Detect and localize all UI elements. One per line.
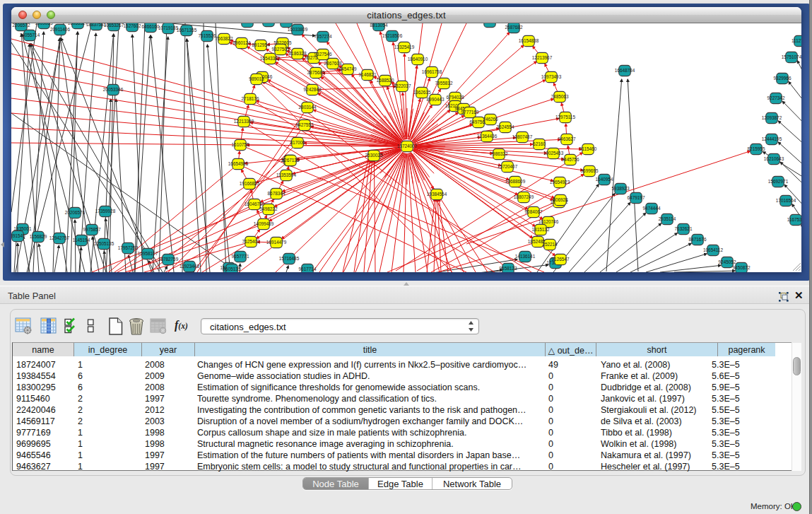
svg-text:989013: 989013 <box>249 76 264 81</box>
svg-text:9146821: 9146821 <box>359 72 377 77</box>
svg-text:16154838: 16154838 <box>519 38 539 43</box>
svg-text:16654985: 16654985 <box>228 161 249 166</box>
svg-text:9327546: 9327546 <box>314 52 332 57</box>
svg-text:14099489: 14099489 <box>254 221 274 226</box>
svg-text:2935114: 2935114 <box>659 216 676 221</box>
svg-text:12942757: 12942757 <box>49 235 70 240</box>
svg-text:8215955: 8215955 <box>748 146 765 151</box>
svg-text:15751074: 15751074 <box>782 54 801 59</box>
svg-text:9658123: 9658123 <box>500 266 517 271</box>
svg-text:806928: 806928 <box>553 197 568 202</box>
svg-text:391549: 391549 <box>11 233 25 238</box>
svg-text:1527602: 1527602 <box>124 23 141 28</box>
svg-text:62160: 62160 <box>533 141 546 146</box>
svg-text:7663822: 7663822 <box>216 36 233 41</box>
svg-text:8427552: 8427552 <box>296 122 314 127</box>
svg-text:2867608: 2867608 <box>324 61 342 66</box>
svg-text:16671355: 16671355 <box>177 28 197 33</box>
svg-text:8813054: 8813054 <box>370 23 388 28</box>
svg-text:1362615: 1362615 <box>413 90 431 95</box>
svg-text:6794028: 6794028 <box>447 95 464 100</box>
svg-text:16914479: 16914479 <box>266 240 287 245</box>
svg-text:11353594: 11353594 <box>276 173 296 177</box>
svg-text:12213967: 12213967 <box>532 55 553 60</box>
svg-text:2718176: 2718176 <box>242 96 259 101</box>
svg-text:8912045: 8912045 <box>239 23 257 24</box>
svg-text:8990443: 8990443 <box>427 97 445 102</box>
svg-text:8186328: 8186328 <box>289 51 307 56</box>
svg-text:12213369: 12213369 <box>234 119 254 124</box>
svg-text:9463627: 9463627 <box>558 136 576 141</box>
svg-text:7485063: 7485063 <box>551 94 569 99</box>
svg-text:1909053: 1909053 <box>35 23 53 25</box>
svg-text:6479197: 6479197 <box>628 195 645 200</box>
svg-text:1815132: 1815132 <box>532 227 550 232</box>
svg-text:9975857: 9975857 <box>83 227 101 232</box>
svg-text:7625402: 7625402 <box>242 239 260 244</box>
svg-text:19218506: 19218506 <box>382 33 403 38</box>
svg-text:15720407: 15720407 <box>498 164 518 169</box>
svg-text:20911406: 20911406 <box>50 27 70 32</box>
svg-text:8960124: 8960124 <box>233 40 251 45</box>
svg-text:7515526: 7515526 <box>199 33 216 38</box>
svg-text:9445756: 9445756 <box>562 157 579 162</box>
svg-text:16543382: 16543382 <box>260 56 281 61</box>
svg-text:9657771: 9657771 <box>232 254 249 259</box>
svg-text:8678344: 8678344 <box>268 191 286 196</box>
svg-text:9150564: 9150564 <box>278 23 295 24</box>
svg-text:18640910: 18640910 <box>408 57 428 62</box>
svg-text:1588520: 1588520 <box>377 78 394 83</box>
svg-text:21364436: 21364436 <box>477 134 498 139</box>
svg-text:746266: 746266 <box>483 117 498 122</box>
svg-text:252214: 252214 <box>542 242 558 247</box>
svg-text:10653267: 10653267 <box>104 23 124 28</box>
svg-text:7955812: 7955812 <box>435 81 453 86</box>
svg-text:12444195: 12444195 <box>762 136 782 141</box>
svg-text:817006: 817006 <box>290 140 305 145</box>
svg-text:14136141: 14136141 <box>515 254 536 259</box>
svg-text:16782759: 16782759 <box>158 257 179 262</box>
svg-text:2530025: 2530025 <box>365 153 383 158</box>
svg-text:1640954: 1640954 <box>596 177 613 182</box>
svg-text:10025453: 10025453 <box>543 151 564 156</box>
svg-text:10973493: 10973493 <box>541 74 562 79</box>
svg-text:17359928: 17359928 <box>95 209 116 214</box>
svg-text:9699695: 9699695 <box>581 168 599 173</box>
svg-text:1112745: 1112745 <box>792 38 801 43</box>
svg-text:1610755: 1610755 <box>232 142 249 147</box>
svg-text:16055327: 16055327 <box>68 23 88 25</box>
svg-text:11923448: 11923448 <box>180 264 199 269</box>
svg-text:1145194: 1145194 <box>73 238 90 243</box>
svg-text:18724007: 18724007 <box>397 144 418 148</box>
svg-text:9245052: 9245052 <box>719 259 736 264</box>
svg-text:6466160: 6466160 <box>142 24 160 29</box>
svg-text:20053346: 20053346 <box>103 87 124 92</box>
svg-text:19166825: 19166825 <box>240 181 260 186</box>
svg-text:8912954: 8912954 <box>252 42 270 47</box>
svg-text:16033809: 16033809 <box>288 27 308 32</box>
svg-text:8454749: 8454749 <box>339 66 357 71</box>
svg-text:8111245: 8111245 <box>481 23 498 24</box>
svg-text:10654112: 10654112 <box>703 247 723 252</box>
svg-text:17016504: 17016504 <box>776 198 796 203</box>
svg-text:12093872: 12093872 <box>762 115 782 120</box>
svg-text:14055714: 14055714 <box>20 33 40 37</box>
svg-text:15716485: 15716485 <box>279 256 300 261</box>
svg-text:16961758: 16961758 <box>422 69 442 74</box>
svg-text:1167533: 1167533 <box>787 217 801 222</box>
svg-text:9474444: 9474444 <box>643 206 661 211</box>
svg-text:3875685: 3875685 <box>307 70 325 75</box>
svg-text:5498222: 5498222 <box>260 206 278 211</box>
svg-text:9450872: 9450872 <box>733 265 751 270</box>
svg-text:1156829: 1156829 <box>30 234 47 239</box>
svg-text:9227342: 9227342 <box>767 95 785 100</box>
svg-text:9327505: 9327505 <box>272 47 290 52</box>
svg-text:10719185: 10719185 <box>158 25 179 30</box>
svg-text:2803144: 2803144 <box>299 105 317 110</box>
svg-text:9329966: 9329966 <box>774 76 792 81</box>
svg-text:10958107: 10958107 <box>138 251 158 256</box>
svg-text:15692971: 15692971 <box>768 179 789 184</box>
svg-text:19384554: 19384554 <box>427 192 447 197</box>
svg-text:2687682: 2687682 <box>505 25 523 30</box>
svg-text:16648784: 16648784 <box>615 68 635 73</box>
